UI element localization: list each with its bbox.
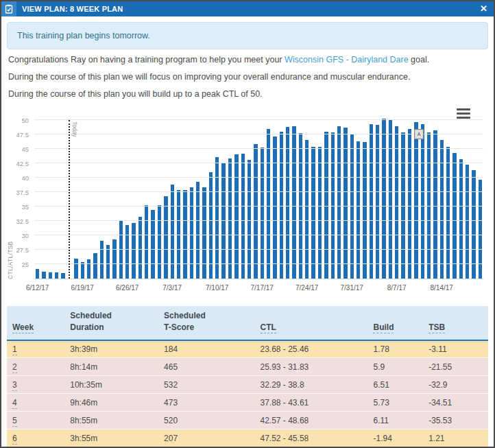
ctl-bar xyxy=(42,272,45,279)
ctl-bar xyxy=(74,259,77,279)
tscore-cell: 465 xyxy=(158,358,254,376)
week-row: 13h:39m18423.68 - 25.461.78-3.11 xyxy=(7,340,488,358)
week-number[interactable]: 3 xyxy=(12,380,17,391)
info-alert-text: This training plan begins tomorrow. xyxy=(17,31,150,40)
x-tick-label: 7/17/17 xyxy=(250,284,273,292)
ctl-bar xyxy=(343,128,347,279)
ctl-bar xyxy=(138,217,142,279)
ctl-bar xyxy=(370,124,373,279)
ctl-cell: 37.88 - 43.61 xyxy=(255,394,368,412)
ctl-bar xyxy=(286,127,289,279)
view-plan-dialog: VIEW PLAN: 8 WEEK PLAN ✕ This training p… xyxy=(0,0,495,448)
tscore-cell: 473 xyxy=(158,394,254,412)
duration-cell: 8h:55m xyxy=(64,412,158,429)
bars xyxy=(34,120,483,279)
tscore-cell: 532 xyxy=(158,376,254,394)
x-tick-label: 7/3/17 xyxy=(162,284,182,292)
ctl-bar xyxy=(87,259,90,279)
ctl-cell: 42.57 - 48.68 xyxy=(255,412,368,429)
goal-link[interactable]: Wisconsin GFS - Dairyland Dare xyxy=(285,55,409,64)
ctl-bar xyxy=(433,130,437,279)
ctl-bar xyxy=(158,205,161,279)
ctl-bar xyxy=(261,148,264,279)
duration-cell: 9h:46m xyxy=(64,394,158,412)
x-tick-label: 6/12/17 xyxy=(26,284,49,292)
broken-image-placeholder-icon: A xyxy=(414,129,424,139)
y-tick-label: 40 xyxy=(21,174,29,182)
hamburger-menu-icon[interactable] xyxy=(457,108,470,119)
y-tick-label: 27.5 xyxy=(16,246,29,254)
today-line xyxy=(69,120,70,279)
x-tick-label: 6/26/17 xyxy=(116,284,138,292)
week-number[interactable]: 2 xyxy=(12,362,17,373)
gridline xyxy=(34,163,483,163)
y-tick-label: 37.5 xyxy=(16,189,29,196)
x-tick-label: 7/31/17 xyxy=(340,284,363,292)
week-number[interactable]: 1 xyxy=(12,344,17,355)
duration-cell: 8h:14m xyxy=(64,358,158,376)
ctl-bar xyxy=(145,205,148,279)
column-header: CTL xyxy=(255,306,368,340)
column-header-label[interactable]: Week xyxy=(12,322,34,333)
week-number[interactable]: 4 xyxy=(12,398,17,409)
ctl-bar xyxy=(408,129,411,279)
duration-cell: 3h:55m xyxy=(64,429,158,447)
ctl-bar xyxy=(61,273,64,279)
ctl-bar xyxy=(106,245,110,279)
week-row: 58h:55m52042.57 - 48.686.11-35.53 xyxy=(7,412,488,429)
column-header-label[interactable]: CTL xyxy=(261,322,276,333)
tscore-cell: 184 xyxy=(158,340,254,358)
ctl-bar xyxy=(112,239,116,279)
dialog-title: VIEW PLAN: 8 WEEK PLAN xyxy=(22,5,474,13)
ctl-bar xyxy=(305,140,309,279)
ctl-bar xyxy=(421,124,424,279)
ctl-bar xyxy=(273,137,276,279)
intro-p1-after: goal. xyxy=(409,55,430,64)
build-cell: 5.73 xyxy=(367,394,423,412)
column-header-label[interactable]: Build xyxy=(373,322,394,333)
ctl-bar xyxy=(132,223,135,279)
tscore-cell: 207 xyxy=(158,429,254,447)
gridline xyxy=(34,263,483,264)
tsb-cell: 1.21 xyxy=(423,429,488,447)
y-tick-label: 32.5 xyxy=(16,217,29,225)
ctl-bar xyxy=(241,154,245,279)
ctl-chart: CTL/ATL/TSB 2527.53032.53537.54042.54547… xyxy=(1,106,494,299)
ctl-bar xyxy=(81,262,84,279)
y-tick-label: 30 xyxy=(21,232,29,239)
close-icon[interactable]: ✕ xyxy=(474,1,494,16)
y-tick-label: 50 xyxy=(21,117,29,124)
build-cell: 6.11 xyxy=(367,412,423,429)
column-header-label[interactable]: TSB xyxy=(428,322,445,333)
ctl-cell: 47.52 - 45.58 xyxy=(255,429,368,447)
y-axis-title: CTL/ATL/TSB xyxy=(7,120,14,279)
weekly-plan-table: WeekScheduledDurationScheduledT-ScoreCTL… xyxy=(7,306,488,448)
ctl-bar xyxy=(221,163,225,279)
build-cell: 6.51 xyxy=(367,376,423,394)
y-tick-label: 35 xyxy=(21,203,29,211)
x-tick-label: 8/14/17 xyxy=(430,284,452,292)
ctl-cell: 25.93 - 31.83 xyxy=(255,358,368,376)
gridline xyxy=(34,119,483,120)
week-row: 310h:35m53232.29 - 38.86.51-32.9 xyxy=(7,376,488,394)
ctl-bar xyxy=(382,119,385,279)
column-header-line1: Scheduled xyxy=(164,310,249,322)
column-header-line1: Scheduled xyxy=(70,310,153,322)
y-tick-label: 25 xyxy=(21,261,29,268)
build-cell: 1.78 xyxy=(367,340,423,358)
ctl-bar xyxy=(202,187,206,279)
week-number[interactable]: 5 xyxy=(12,416,17,427)
week-number[interactable]: 6 xyxy=(12,434,17,445)
build-cell: -1.94 xyxy=(367,429,423,447)
duration-cell: 3h:39m xyxy=(64,340,158,358)
intro-paragraph-3: During the course of this plan you will … xyxy=(8,89,487,99)
tscore-cell: 520 xyxy=(158,412,254,429)
ctl-bar xyxy=(171,185,174,279)
week-row: 63h:55m20747.52 - 45.58-1.941.21 xyxy=(7,429,488,447)
intro-paragraph-1: Congratulations Ray on having a training… xyxy=(8,55,487,64)
y-tick-label: 45 xyxy=(21,145,29,153)
ctl-bar xyxy=(119,221,123,279)
gridline xyxy=(34,177,483,178)
ctl-bar xyxy=(100,241,104,279)
duration-cell: 10h:35m xyxy=(64,376,158,394)
